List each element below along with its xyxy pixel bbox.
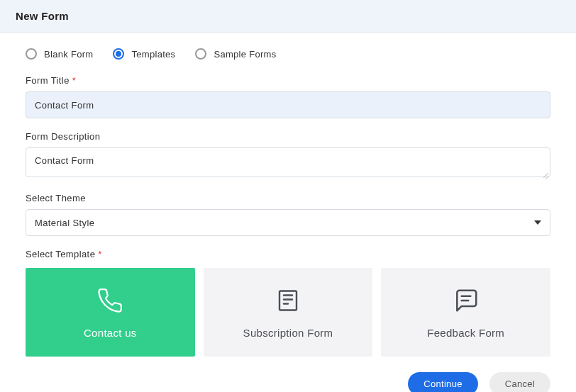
template-label: Subscription Form	[243, 327, 333, 339]
label-text: Select Theme	[26, 193, 86, 203]
newspaper-icon	[275, 286, 301, 315]
cancel-button[interactable]: Cancel	[489, 372, 550, 392]
phone-icon	[96, 286, 123, 315]
radio-label: Blank Form	[44, 49, 93, 60]
required-mark: *	[72, 75, 76, 86]
template-label: Contact us	[84, 327, 137, 339]
dialog-header: New Form	[0, 0, 576, 33]
svg-rect-0	[279, 291, 297, 310]
dialog-title: New Form	[16, 10, 560, 22]
radio-icon	[113, 48, 124, 60]
field-label: Select Template *	[26, 249, 550, 259]
chevron-down-icon	[534, 220, 541, 225]
radio-templates[interactable]: Templates	[113, 48, 175, 60]
template-card-subscription[interactable]: Subscription Form	[204, 268, 373, 357]
label-text: Form Description	[26, 131, 100, 142]
radio-blank-form[interactable]: Blank Form	[26, 48, 93, 60]
field-label: Form Title *	[26, 75, 550, 86]
template-label: Feedback Form	[427, 327, 504, 339]
continue-button[interactable]: Continue	[408, 372, 477, 392]
radio-icon	[26, 48, 37, 60]
select-value: Material Style	[35, 218, 94, 228]
field-label: Select Theme	[26, 193, 550, 203]
dialog-footer: Continue Cancel	[26, 372, 550, 392]
required-mark: *	[98, 249, 101, 259]
field-form-description: Form Description	[26, 131, 550, 180]
form-type-radios: Blank Form Templates Sample Forms	[26, 48, 550, 60]
radio-label: Templates	[131, 49, 175, 60]
radio-icon	[195, 48, 206, 60]
template-card-feedback[interactable]: Feedback Form	[381, 268, 550, 357]
form-description-input[interactable]	[26, 147, 550, 177]
dialog-body: Blank Form Templates Sample Forms Form T…	[0, 33, 576, 392]
radio-sample-forms[interactable]: Sample Forms	[195, 48, 276, 60]
chat-icon	[453, 286, 480, 315]
template-grid: Contact us Subscription Form Feedback Fo…	[26, 268, 550, 357]
field-form-title: Form Title *	[26, 75, 550, 118]
field-select-theme: Select Theme Material Style	[26, 193, 550, 236]
theme-select[interactable]: Material Style	[26, 209, 550, 236]
label-text: Select Template	[26, 249, 95, 259]
field-label: Form Description	[26, 131, 550, 142]
form-title-input[interactable]	[26, 91, 550, 118]
field-select-template: Select Template * Contact us Subscriptio…	[26, 249, 550, 357]
template-card-contact[interactable]: Contact us	[26, 268, 195, 357]
label-text: Form Title	[26, 75, 70, 86]
radio-label: Sample Forms	[214, 49, 276, 60]
